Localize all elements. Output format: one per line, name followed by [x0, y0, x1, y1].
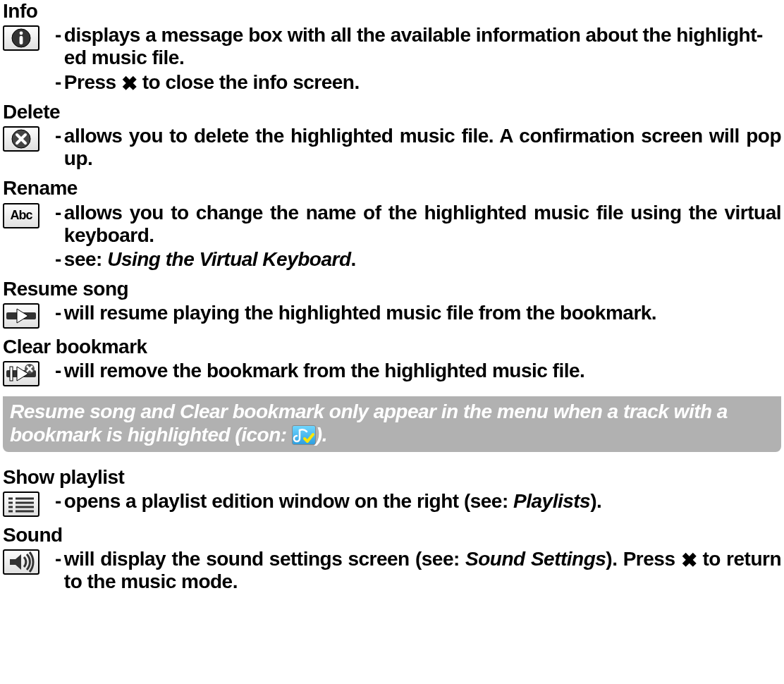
bullet-hyphen: - [55, 490, 64, 513]
section-rename: Rename Abc - allows you to change the na… [3, 177, 781, 271]
bullet-text: Press ✖ to close the info screen. [64, 71, 781, 94]
bullet-text: will display the sound settings screen (… [64, 548, 781, 593]
section-title-rename: Rename [3, 177, 781, 200]
bullet-text: will resume playing the highlighted musi… [64, 302, 781, 324]
row-info-2: - Press ✖ to close the info screen. [3, 71, 781, 94]
bookmark-track-icon [292, 425, 316, 445]
delete-icon [3, 126, 39, 152]
row-show-1: - opens a playlist edition window on the… [3, 490, 781, 517]
manual-page: Info - displays a message box with all t… [0, 0, 784, 609]
svg-marker-22 [10, 554, 21, 570]
section-title-clear: Clear bookmark [3, 336, 781, 358]
section-delete: Delete - allows you to delete the highli… [3, 101, 781, 171]
section-resume: Resume song - will resume playing the hi… [3, 278, 781, 329]
sound-speaker-icon [3, 549, 39, 575]
section-title-delete: Delete [3, 101, 781, 123]
note-box: Resume song and Clear bookmark only appe… [3, 396, 781, 451]
bullet-text: will remove the bookmark from the highli… [64, 360, 781, 382]
close-x-icon: ✖ [121, 74, 137, 94]
svg-point-1 [20, 32, 23, 35]
bullet-hyphen: - [55, 71, 64, 94]
row-delete-1: - allows you to delete the highlighted m… [3, 125, 781, 170]
section-clear: Clear bookmark - will remove the bookmar… [3, 336, 781, 386]
bullet-hyphen: - [55, 302, 64, 324]
playlist-icon [3, 491, 39, 517]
bullet-hyphen: - [55, 360, 64, 382]
row-rename-1: Abc - allows you to change the name of t… [3, 202, 781, 247]
bullet-text: displays a message box with all the avai… [64, 24, 781, 69]
bullet-hyphen: - [55, 125, 64, 147]
close-x-icon: ✖ [681, 551, 697, 570]
bullet-text: opens a playlist edition window on the r… [64, 490, 781, 513]
section-title-resume: Resume song [3, 278, 781, 300]
section-title-sound: Sound [3, 524, 781, 546]
rename-abc-icon: Abc [3, 203, 39, 228]
bullet-text: allows you to change the name of the hig… [64, 202, 781, 247]
svg-rect-9 [10, 367, 13, 381]
bullet-text: allows you to delete the highlighted mus… [64, 125, 781, 170]
bullet-hyphen: - [55, 202, 64, 224]
section-sound: Sound - will display the sound settings … [3, 524, 781, 594]
row-clear-1: - will remove the bookmark from the high… [3, 360, 781, 386]
row-resume-1: - will resume playing the highlighted mu… [3, 302, 781, 329]
resume-play-icon [3, 303, 39, 329]
section-title-info: Info [3, 0, 781, 23]
info-icon [3, 25, 39, 51]
bullet-hyphen: - [55, 24, 64, 47]
section-title-show: Show playlist [3, 466, 781, 489]
section-info: Info - displays a message box with all t… [3, 0, 781, 94]
bullet-text: see: Using the Virtual Keyboard. [64, 248, 781, 271]
row-info-1: - displays a message box with all the av… [3, 24, 781, 69]
bullet-hyphen: - [55, 248, 64, 271]
row-sound-1: - will display the sound settings screen… [3, 548, 781, 593]
svg-marker-7 [17, 309, 28, 323]
svg-rect-2 [20, 36, 23, 44]
section-show: Show playlist - [3, 466, 781, 517]
row-rename-2: - see: Using the Virtual Keyboard. [3, 248, 781, 271]
bullet-hyphen: - [55, 548, 64, 570]
clear-bookmark-icon [3, 361, 39, 386]
